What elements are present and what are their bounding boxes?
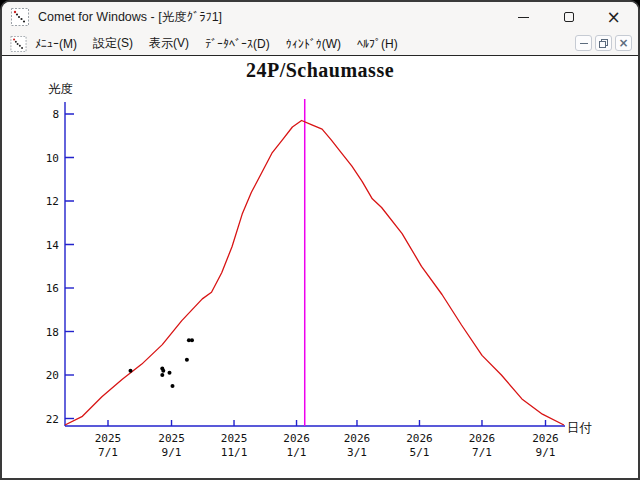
mdi-minimize-button[interactable] (575, 35, 592, 51)
y-tick-label: 12 (46, 195, 59, 208)
maximize-icon (564, 12, 574, 22)
x-tick-label-date: 3/1 (347, 446, 367, 459)
menu-item-menu[interactable]: ﾒﾆｭｰ(M) (27, 34, 85, 54)
mdi-close-icon: × (618, 39, 628, 48)
titlebar[interactable]: Comet for Windows - [光度ｸﾞﾗﾌ1] × (2, 2, 638, 32)
x-tick-label-date: 1/1 (287, 446, 307, 459)
y-tick-label: 20 (46, 369, 59, 382)
menu-item-help[interactable]: ﾍﾙﾌﾟ(H) (349, 34, 406, 54)
observation-point (161, 369, 165, 373)
close-icon: × (606, 12, 620, 22)
x-tick-label-date: 7/1 (98, 446, 118, 459)
observation-point (171, 384, 175, 388)
y-tick-label: 10 (46, 152, 59, 165)
x-tick-label-year: 2026 (532, 432, 559, 445)
y-tick-label: 14 (46, 239, 60, 252)
menu-item-window[interactable]: ｳｨﾝﾄﾞｳ(W) (278, 34, 349, 54)
x-tick-label-year: 2026 (469, 432, 496, 445)
chart-title: 24P/Schaumasse (2, 59, 638, 82)
x-tick-label-date: 7/1 (472, 446, 492, 459)
x-tick-label-date: 9/1 (536, 446, 556, 459)
x-tick-label-year: 2025 (95, 432, 122, 445)
observation-point (190, 338, 194, 342)
light-curve-svg: 81012141618202220257/120259/1202511/1202… (2, 56, 638, 480)
app-icon (11, 8, 29, 26)
mdi-restore-icon (599, 39, 608, 48)
x-tick-label-date: 5/1 (410, 446, 430, 459)
x-tick-label-date: 9/1 (162, 446, 182, 459)
close-button[interactable]: × (591, 2, 636, 32)
x-tick-label-year: 2025 (221, 432, 248, 445)
y-tick-label: 22 (46, 413, 59, 426)
y-tick-label: 8 (52, 108, 59, 121)
x-tick-label-year: 2026 (406, 432, 433, 445)
document-chart-icon (10, 36, 27, 52)
y-tick-label: 16 (46, 282, 59, 295)
x-axis-label: 日付 (567, 420, 592, 437)
minimize-icon (518, 17, 529, 18)
observation-point (185, 358, 189, 362)
menu-item-settings[interactable]: 設定(S) (85, 32, 141, 55)
x-tick-label-year: 2025 (158, 432, 185, 445)
x-tick-label-year: 2026 (344, 432, 371, 445)
app-window: Comet for Windows - [光度ｸﾞﾗﾌ1] × ﾒﾆｭｰ(M) … (0, 0, 640, 480)
observation-point (168, 371, 172, 375)
mdi-restore-button[interactable] (595, 35, 612, 51)
mdi-close-button[interactable]: × (615, 35, 632, 51)
observation-point (160, 373, 164, 377)
mdi-minimize-icon (580, 43, 588, 44)
predicted-light-curve (65, 121, 564, 426)
menu-item-view[interactable]: 表示(V) (141, 32, 197, 55)
menubar: ﾒﾆｭｰ(M) 設定(S) 表示(V) ﾃﾞｰﾀﾍﾞｰｽ(D) ｳｨﾝﾄﾞｳ(W… (2, 32, 638, 55)
plot-area: 24P/Schaumasse 光度 日付 8101214161820222025… (2, 55, 638, 478)
x-tick-label-year: 2026 (283, 432, 310, 445)
menu-item-database[interactable]: ﾃﾞｰﾀﾍﾞｰｽ(D) (197, 34, 278, 54)
y-axis-label: 光度 (48, 81, 73, 98)
minimize-button[interactable] (501, 2, 546, 32)
window-title: Comet for Windows - [光度ｸﾞﾗﾌ1] (38, 9, 222, 26)
observation-point (129, 369, 133, 373)
y-tick-label: 18 (46, 326, 59, 339)
maximize-button[interactable] (546, 2, 591, 32)
x-tick-label-date: 11/1 (221, 446, 248, 459)
